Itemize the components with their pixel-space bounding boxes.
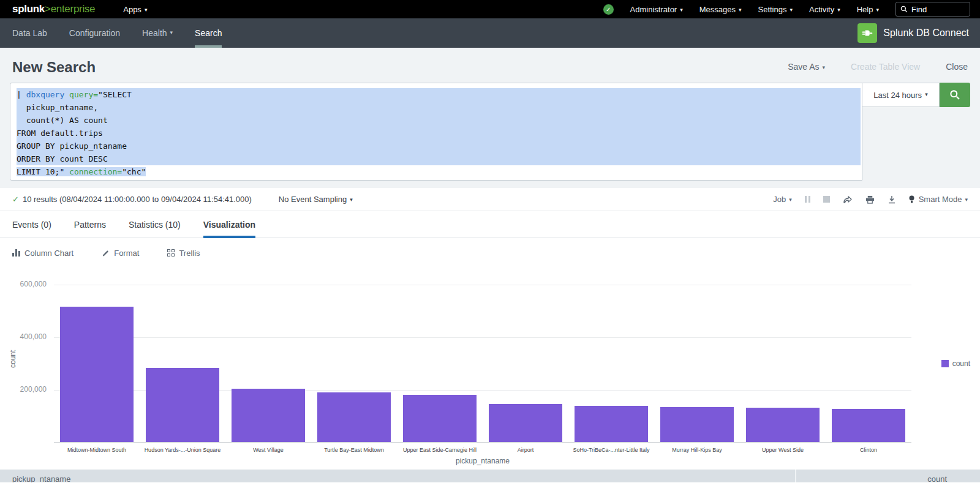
bar-cell	[654, 285, 740, 442]
job-status-bar: ✓ 10 results (08/04/2024 11:00:00.000 to…	[0, 188, 980, 211]
pause-button[interactable]	[805, 196, 810, 203]
results-tabs: Events (0)PatternsStatistics (10)Visuali…	[0, 211, 980, 238]
bar-cell	[483, 285, 568, 442]
apps-menu[interactable]: Apps▾	[123, 5, 147, 14]
bar-cell	[311, 285, 397, 442]
search-mode-label: Smart Mode▾	[919, 195, 968, 204]
appnav-item-health[interactable]: Health▾	[131, 18, 184, 48]
appnav-item-configuration[interactable]: Configuration	[58, 18, 131, 48]
legend-label: count	[952, 359, 970, 368]
bar-cell	[568, 285, 654, 442]
run-search-button[interactable]	[940, 83, 970, 107]
event-sampling-label: No Event Sampling	[279, 195, 347, 204]
x-tick-label: Clinton	[826, 447, 911, 453]
column-header-pickup-ntaname[interactable]: pickup_ntaname	[0, 470, 796, 482]
bar-west-village[interactable]	[232, 389, 305, 442]
chevron-down-icon: ▾	[789, 197, 792, 203]
bar-turtle-bay-east-midtown[interactable]	[317, 392, 391, 442]
search-mode-menu[interactable]: Smart Mode▾	[909, 195, 968, 204]
chart-type-picker[interactable]: Column Chart	[12, 249, 74, 258]
trellis-button[interactable]: Trellis	[167, 249, 200, 258]
page-header: New Search Save As▾ Create Table View Cl…	[0, 48, 980, 83]
tab-statistics-10[interactable]: Statistics (10)	[129, 211, 181, 238]
health-status-icon[interactable]: ✓	[603, 4, 614, 15]
print-button[interactable]	[865, 195, 875, 204]
appnav-item-search[interactable]: Search	[184, 18, 233, 48]
statistics-table-header: pickup_ntaname count	[0, 470, 980, 482]
topbar-menu-settings[interactable]: Settings▾	[758, 5, 793, 14]
topbar-menu-administrator[interactable]: Administrator▾	[630, 5, 683, 14]
topbar-menu-messages[interactable]: Messages▾	[699, 5, 742, 14]
page-title: New Search	[12, 58, 96, 77]
tab-patterns[interactable]: Patterns	[74, 211, 106, 238]
tab-events-0[interactable]: Events (0)	[12, 211, 51, 238]
bar-cell	[826, 285, 911, 442]
query-line: GROUP BY pickup_ntaname	[17, 140, 861, 152]
query-line: FROM default.trips	[17, 127, 861, 140]
app-nav: Data LabConfigurationHealth▾Search	[0, 18, 233, 48]
find-placeholder: Find	[911, 5, 927, 14]
bar-cell	[225, 285, 311, 442]
find-search-input[interactable]: Find	[895, 2, 970, 17]
bar-murray-hill-kips-bay[interactable]	[660, 407, 734, 442]
x-tick-label: Hudson Yards-...-Union Square	[140, 447, 225, 453]
plot-area	[54, 285, 911, 443]
chevron-down-icon: ▾	[876, 7, 879, 13]
check-icon: ✓	[12, 195, 19, 204]
bar-soho-tribeca-nter-little-italy[interactable]	[575, 406, 648, 442]
logo-brand: splunk	[12, 3, 45, 15]
share-button[interactable]	[843, 195, 853, 204]
splunk-logo: splunk>enterprise	[0, 3, 95, 15]
visualization-toolbar: Column Chart Format Trellis	[0, 238, 980, 268]
bar-airport[interactable]	[489, 404, 562, 442]
format-button[interactable]: Format	[102, 249, 139, 258]
event-sampling-menu[interactable]: No Event Sampling▾	[279, 195, 353, 204]
chevron-down-icon: ▾	[680, 7, 683, 13]
topbar-menu-help[interactable]: Help▾	[857, 5, 879, 14]
create-table-view-button[interactable]: Create Table View	[851, 62, 920, 72]
stop-button[interactable]	[823, 196, 830, 203]
bar-upper-east-side-carnegie-hill[interactable]	[403, 395, 477, 442]
job-controls: Job▾ Smart Mode▾	[773, 195, 968, 204]
bar-hudson-yards-union-square[interactable]	[146, 368, 219, 442]
chevron-down-icon: ▾	[739, 7, 742, 13]
bar-cell	[397, 285, 483, 442]
bar-clinton[interactable]	[832, 409, 905, 442]
job-menu-label: Job	[773, 195, 786, 204]
x-tick-label: Murray Hill-Kips Bay	[654, 447, 740, 453]
close-button[interactable]: Close	[946, 62, 968, 72]
chevron-down-icon: ▾	[790, 7, 793, 13]
chevron-down-icon: ▾	[837, 7, 840, 13]
chart-legend: count	[941, 359, 970, 368]
share-icon	[843, 195, 853, 204]
chevron-down-icon: ▾	[925, 91, 928, 97]
chevron-down-icon: ▾	[145, 7, 148, 13]
apps-menu-label: Apps	[123, 5, 141, 14]
bar-midtown-midtown-south[interactable]	[60, 307, 134, 442]
job-menu[interactable]: Job▾	[773, 195, 792, 204]
save-as-button[interactable]: Save As▾	[788, 62, 825, 72]
search-query-input[interactable]: | dbxquery query="SELECT pickup_ntaname,…	[10, 83, 862, 181]
x-tick-label: West Village	[225, 447, 311, 453]
legend-swatch	[941, 360, 949, 367]
search-icon	[900, 6, 908, 13]
topbar-menus: Administrator▾Messages▾Settings▾Activity…	[630, 5, 879, 14]
y-tick-label: 200,000	[0, 385, 47, 394]
query-line: ORDER BY count DESC	[17, 152, 861, 165]
query-line: count(*) AS count	[17, 114, 861, 127]
bar-upper-west-side[interactable]	[746, 408, 820, 442]
query-line: pickup_ntaname,	[17, 101, 861, 114]
x-tick-label: Airport	[483, 447, 568, 453]
column-header-count[interactable]: count	[796, 470, 980, 482]
time-range-picker[interactable]: Last 24 hours▾	[862, 83, 940, 107]
appnav-item-data-lab[interactable]: Data Lab	[1, 18, 58, 48]
topbar-menu-activity[interactable]: Activity▾	[809, 5, 840, 14]
topbar-right: ✓ Administrator▾Messages▾Settings▾Activi…	[603, 2, 980, 17]
tab-visualization[interactable]: Visualization	[203, 211, 255, 238]
time-range-label: Last 24 hours	[873, 91, 922, 100]
export-button[interactable]	[888, 195, 896, 204]
chevron-down-icon: ▾	[350, 197, 353, 203]
x-tick-label: Upper West Side	[740, 447, 826, 453]
x-tick-label: Upper East Side-Carnegie Hill	[397, 447, 483, 453]
x-tick-label: SoHo-TriBeCa-...nter-Little Italy	[568, 447, 654, 453]
